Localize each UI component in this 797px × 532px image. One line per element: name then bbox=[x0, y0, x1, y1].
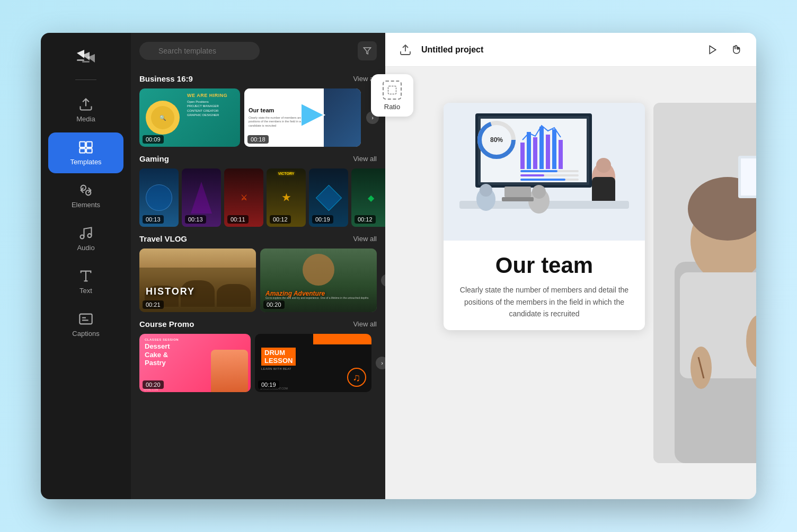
svg-rect-51 bbox=[504, 187, 531, 197]
business-section-header: Business 16:9 View all bbox=[139, 74, 377, 83]
side-person-card: Buy bbox=[653, 103, 756, 463]
course-dessert-card[interactable]: CLASSES SESSION DessertCake &Pastry NAME… bbox=[139, 334, 251, 392]
svg-rect-21 bbox=[388, 86, 396, 94]
gaming-section-title: Gaming bbox=[139, 154, 169, 163]
travel-amazing-duration: 00:20 bbox=[263, 300, 285, 309]
gaming-duration-4: 00:12 bbox=[270, 215, 291, 224]
templates-panel: 🔍 Business 16:9 View all bbox=[131, 33, 385, 499]
svg-point-10 bbox=[81, 235, 84, 239]
travel-history-duration: 00:21 bbox=[143, 300, 164, 309]
ratio-button[interactable]: Ratio bbox=[385, 74, 413, 117]
travel-view-all[interactable]: View all bbox=[353, 235, 377, 243]
course-drum-card[interactable]: DRUMLESSON LEARN WITH BEAT ♫ SAN.DRUMBEA… bbox=[255, 334, 371, 392]
sidebar-divider bbox=[75, 79, 96, 80]
business-grid: 🔍 WE ARE HIRING Open Positions PROJECT M… bbox=[139, 88, 377, 147]
sidebar-item-media[interactable]: Media bbox=[41, 90, 131, 130]
travel-section-header: Travel VLOG View all bbox=[139, 234, 377, 243]
gaming-duration-6: 00:12 bbox=[355, 215, 376, 224]
hand-cursor-button[interactable] bbox=[727, 40, 746, 59]
svg-rect-35 bbox=[559, 140, 563, 169]
course-section-title: Course Promo bbox=[139, 320, 194, 329]
our-team-heading: Our team bbox=[456, 253, 632, 278]
templates-list: Business 16:9 View all 🔍 WE ARE HIRING bbox=[131, 67, 385, 499]
gaming-grid: 00:13 00:13 ⚔ 00:11 ★ bbox=[139, 169, 377, 227]
sidebar-item-captions[interactable]: Captions bbox=[41, 304, 131, 345]
play-button[interactable] bbox=[703, 40, 722, 59]
svg-rect-7 bbox=[86, 148, 92, 153]
travel-grid: HISTORY 00:21 Amazing Adventure Go to ex… bbox=[139, 249, 377, 312]
travel-next-btn[interactable]: › bbox=[381, 274, 385, 287]
svg-rect-41 bbox=[520, 179, 565, 181]
svg-rect-5 bbox=[86, 142, 92, 148]
svg-point-49 bbox=[532, 185, 546, 199]
travel-section-title: Travel VLOG bbox=[139, 234, 187, 243]
meeting-room-image: 80% bbox=[444, 103, 645, 241]
svg-point-47 bbox=[480, 184, 492, 197]
gaming-card-2[interactable]: 00:13 bbox=[182, 169, 221, 227]
svg-rect-37 bbox=[520, 170, 557, 172]
svg-rect-34 bbox=[552, 129, 556, 169]
sidebar-elements-label: Elements bbox=[72, 201, 100, 209]
gaming-card-5[interactable]: 00:19 bbox=[309, 169, 348, 227]
gaming-section-header: Gaming View all bbox=[139, 154, 377, 163]
search-input[interactable] bbox=[139, 42, 260, 60]
svg-rect-4 bbox=[79, 142, 85, 148]
svg-rect-29 bbox=[520, 143, 525, 169]
canvas-area: Ratio bbox=[385, 67, 756, 499]
sidebar-templates-label: Templates bbox=[70, 158, 101, 166]
svg-rect-33 bbox=[546, 135, 550, 169]
svg-rect-50 bbox=[502, 197, 534, 201]
main-preview-card: 80% bbox=[444, 103, 645, 330]
preview-text-section: Our team Clearly state the number of mem… bbox=[444, 241, 645, 330]
business-section-title: Business 16:9 bbox=[139, 74, 193, 83]
svg-rect-30 bbox=[527, 132, 531, 169]
gaming-card-1[interactable]: 00:13 bbox=[139, 169, 179, 227]
sidebar-item-audio[interactable]: Audio bbox=[41, 218, 131, 259]
sidebar-item-text[interactable]: Text bbox=[41, 261, 131, 302]
sidebar-item-templates[interactable]: Templates bbox=[48, 132, 123, 173]
svg-rect-61 bbox=[741, 158, 756, 196]
search-wrapper: 🔍 bbox=[139, 42, 352, 60]
svg-point-43 bbox=[596, 158, 611, 173]
course-grid: CLASSES SESSION DessertCake &Pastry NAME… bbox=[139, 334, 377, 392]
ourteam-duration: 00:18 bbox=[247, 135, 269, 144]
svg-rect-39 bbox=[520, 174, 544, 176]
gaming-duration-1: 00:13 bbox=[143, 215, 164, 224]
sidebar-item-elements[interactable]: Elements bbox=[41, 175, 131, 216]
travel-history-card[interactable]: HISTORY 00:21 bbox=[139, 249, 256, 312]
course-next-btn[interactable]: › bbox=[376, 357, 385, 369]
course-drum-duration: 00:19 bbox=[258, 380, 279, 389]
svg-marker-17 bbox=[364, 48, 370, 54]
upload-icon bbox=[396, 40, 415, 59]
business-template-ourteam[interactable]: Our team Clearly state the number of mem… bbox=[244, 88, 361, 147]
travel-amazing-card[interactable]: Amazing Adventure Go to explore the wild… bbox=[260, 249, 377, 312]
canvas-wrapper: 80% bbox=[444, 103, 756, 463]
search-bar-container: 🔍 bbox=[131, 33, 385, 67]
app-logo[interactable] bbox=[73, 43, 99, 70]
gaming-duration-2: 00:13 bbox=[185, 215, 206, 224]
gaming-view-all[interactable]: View all bbox=[353, 155, 377, 163]
sidebar-audio-label: Audio bbox=[77, 244, 94, 252]
main-content: Untitled project bbox=[385, 33, 756, 499]
main-header: Untitled project bbox=[385, 33, 756, 67]
sidebar: Media Templates Elements bbox=[41, 33, 131, 499]
svg-rect-1 bbox=[77, 59, 84, 61]
course-view-all[interactable]: View all bbox=[353, 320, 377, 328]
gaming-card-3[interactable]: ⚔ 00:11 bbox=[224, 169, 263, 227]
sidebar-text-label: Text bbox=[79, 287, 92, 295]
sidebar-captions-label: Captions bbox=[72, 330, 99, 338]
project-title: Untitled project bbox=[421, 45, 697, 55]
ratio-button-container: Ratio bbox=[385, 74, 413, 117]
filter-button[interactable] bbox=[358, 41, 377, 60]
svg-rect-6 bbox=[79, 148, 85, 153]
gaming-duration-5: 00:19 bbox=[312, 215, 333, 224]
gaming-card-6[interactable]: ◆ 00:12 bbox=[351, 169, 385, 227]
course-dessert-duration: 00:20 bbox=[143, 380, 164, 389]
app-container: Media Templates Elements bbox=[41, 33, 756, 499]
business-template-hiring[interactable]: 🔍 WE ARE HIRING Open Positions PROJECT M… bbox=[139, 88, 240, 147]
gaming-card-4[interactable]: ★ VICTORY 00:12 bbox=[267, 169, 306, 227]
svg-point-11 bbox=[88, 234, 92, 237]
our-team-description: Clearly state the number of members and … bbox=[456, 284, 632, 320]
ratio-icon bbox=[385, 81, 402, 100]
sidebar-media-label: Media bbox=[76, 115, 95, 123]
